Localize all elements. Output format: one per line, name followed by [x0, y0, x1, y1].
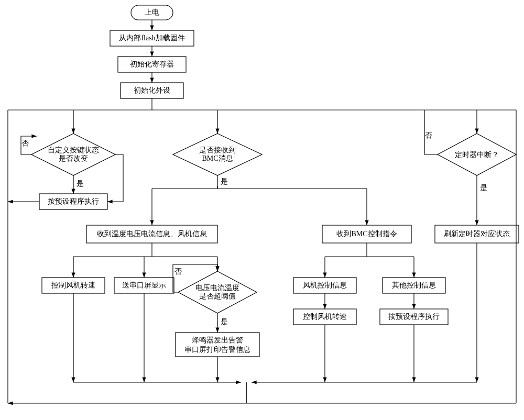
label-start: 上电 [145, 8, 159, 16]
label-fanSpeed2: 控制风机转速 [303, 313, 347, 320]
node-execKey: 按预设程序执行 [39, 194, 107, 209]
node-refresh: 刷新定时器对应状态 [435, 225, 519, 243]
label-dTimer: 定时器中断？ [455, 151, 499, 159]
node-fanSpeed1: 控制风机转速 [42, 278, 105, 293]
node-alarm: 蜂鸣器发出告警 串口屏打印告警信息 [176, 333, 259, 357]
node-otherInfo: 其他控制信息 [383, 278, 445, 293]
node-load: 从内部flash加载固件 [110, 30, 194, 46]
label-yes-bmc: 是 [221, 178, 228, 185]
node-sendLcd: 送串口屏显示 [114, 278, 174, 293]
label-execKey: 按预设程序执行 [48, 197, 99, 205]
node-start: 上电 [131, 5, 173, 20]
label-initReg: 初始化寄存器 [130, 60, 174, 68]
label-no-timer: 否 [425, 131, 432, 139]
label-recvTemp: 收到温度电压电流信息、风机信息 [97, 230, 207, 238]
label-execOther: 按预设程序执行 [388, 313, 440, 320]
node-dTimer: 定时器中断？ [438, 134, 516, 175]
label-dThresh2: 是否超阈值 [199, 292, 236, 300]
node-initPeri: 初始化外设 [121, 83, 183, 98]
label-dKey1: 自定义按键状态 [48, 146, 99, 154]
node-dBmc: 是否接收到 BMC消息 [173, 134, 262, 175]
node-recvTemp: 收到温度电压电流信息、风机信息 [86, 225, 217, 243]
label-refresh: 刷新定时器对应状态 [444, 230, 510, 238]
label-dBmc1: 是否接收到 [199, 146, 236, 154]
label-yes-timer: 是 [480, 184, 487, 192]
node-fanSpeed2: 控制风机转速 [293, 309, 356, 325]
node-initReg: 初始化寄存器 [118, 57, 186, 72]
node-fanInfo: 风机控制信息 [293, 278, 356, 293]
label-alarm2: 串口屏打印告警信息 [184, 346, 250, 353]
node-dThresh: 电压电流温度 是否超阈值 [178, 271, 257, 313]
label-load: 从内部flash加载固件 [119, 34, 184, 42]
label-initPeri: 初始化外设 [134, 86, 170, 94]
label-no-thresh: 否 [174, 268, 182, 275]
node-recvBmc: 收到BMC控制指令 [322, 225, 411, 243]
label-dThresh1: 电压电流温度 [195, 284, 239, 292]
label-yes-key: 是 [77, 180, 84, 187]
label-fanInfo: 风机控制信息 [303, 281, 347, 289]
node-dKey: 自定义按键状态 是否改变 [31, 134, 115, 175]
node-execOther: 按预设程序执行 [380, 309, 448, 325]
label-alarm1: 蜂鸣器发出告警 [192, 336, 243, 344]
label-sendLcd: 送串口屏显示 [122, 281, 166, 289]
label-dBmc2: BMC消息 [202, 154, 233, 162]
flowchart: 上电 从内部flash加载固件 初始化寄存器 初始化外设 自定义按键状态 是否改… [0, 0, 524, 420]
label-no-key: 否 [21, 139, 29, 147]
label-recvBmc: 收到BMC控制指令 [336, 230, 397, 238]
label-fanSpeed1: 控制风机转速 [51, 281, 95, 289]
label-otherInfo: 其他控制信息 [392, 281, 436, 289]
label-dKey2: 是否改变 [59, 154, 88, 162]
label-yes-thresh: 是 [221, 318, 228, 326]
